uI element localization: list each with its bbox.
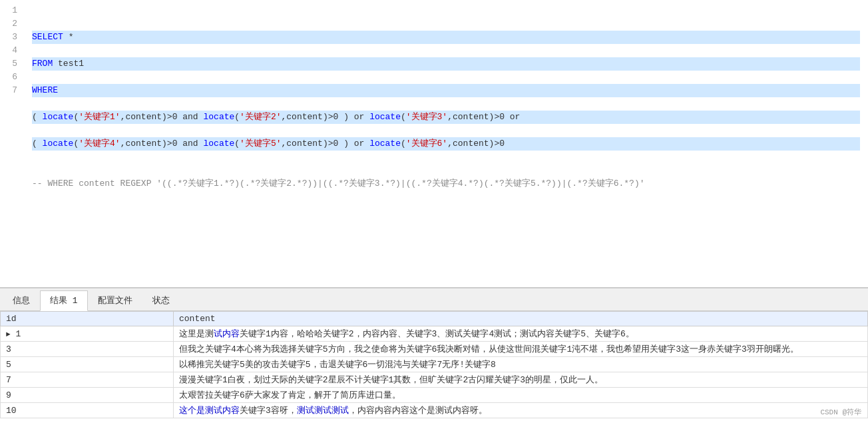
code-editor[interactable]: SELECT * FROM test1 WHERE ( locate('关键字1…	[24, 0, 868, 287]
cell-content: 太艰苦拉关键字6萨大家发了肯定，解开了简历库进口量。	[174, 388, 868, 403]
cell-content: 这个是测试内容关键字3容呀，测试测试测试，内容内容内容这个是测试内容呀。	[174, 403, 868, 418]
cell-content: 这里是测试内容关键字1内容，哈哈哈关键字2，内容内容、关键字3、测试关键字4测试…	[174, 326, 868, 342]
code-line-7: -- WHERE content REGEXP '((.*?关键字1.*?)(.…	[32, 177, 860, 191]
results-table: id content ► 1 这里是测试内容关键字1内容，哈哈哈关键字2，内容内…	[0, 311, 868, 418]
tab-info[interactable]: 信息	[3, 290, 40, 310]
tab-status[interactable]: 状态	[142, 290, 180, 310]
code-line-6	[32, 164, 860, 177]
table-row: ► 1 这里是测试内容关键字1内容，哈哈哈关键字2，内容内容、关键字3、测试关键…	[1, 326, 868, 342]
table-row: 10 这个是测试内容关键字3容呀，测试测试测试，内容内容内容这个是测试内容呀。	[1, 403, 868, 418]
cell-content: 以稀推完关键字5美的攻击关键字5，击退关键字6一切混沌与关键字7无序!关键字8	[174, 357, 868, 372]
table-row: 7 漫漫关键字1白夜，划过天际的关键字2星辰不计关键字1其数，但旷关键字2古闪耀…	[1, 372, 868, 388]
results-area[interactable]: id content ► 1 这里是测试内容关键字1内容，哈哈哈关键字2，内容内…	[0, 311, 868, 421]
table-row: 3 但我之关键字4本心将为我选择关键字5方向，我之使命将为关键字6我决断对错，从…	[1, 342, 868, 357]
cell-id: 10	[1, 403, 174, 418]
cell-id: 7	[1, 372, 174, 388]
col-header-id: id	[1, 312, 174, 326]
code-line-1: SELECT *	[32, 31, 860, 57]
table-row: 9 太艰苦拉关键字6萨大家发了肯定，解开了简历库进口量。	[1, 388, 868, 403]
code-line-4: ( locate('关键字1',content)>0 and locate('关…	[32, 111, 860, 137]
tab-bar: 信息 结果 1 配置文件 状态	[0, 288, 868, 311]
bottom-panel: 信息 结果 1 配置文件 状态 id content ► 1 这里是测试内容关键…	[0, 288, 868, 421]
cell-id: 5	[1, 357, 174, 372]
cell-content: 漫漫关键字1白夜，划过天际的关键字2星辰不计关键字1其数，但旷关键字2古闪耀关键…	[174, 372, 868, 388]
tab-config[interactable]: 配置文件	[88, 290, 142, 310]
cell-content: 但我之关键字4本心将为我选择关键字5方向，我之使命将为关键字6我决断对错，从使这…	[174, 342, 868, 357]
cell-id: ► 1	[1, 326, 174, 342]
editor-area: 1 2 3 4 5 6 7 SELECT * FROM test1 WHERE …	[0, 0, 868, 288]
cell-id: 3	[1, 342, 174, 357]
line-numbers: 1 2 3 4 5 6 7	[0, 0, 24, 287]
table-row: 5 以稀推完关键字5美的攻击关键字5，击退关键字6一切混沌与关键字7无序!关键字…	[1, 357, 868, 372]
cell-id: 9	[1, 388, 174, 403]
code-line-3: WHERE	[32, 84, 860, 111]
code-line-2: FROM test1	[32, 57, 860, 84]
watermark: CSDN @符华	[820, 407, 861, 417]
code-line-5: ( locate('关键字4',content)>0 and locate('关…	[32, 137, 860, 164]
tab-results[interactable]: 结果 1	[40, 290, 88, 311]
col-header-content: content	[174, 312, 868, 326]
